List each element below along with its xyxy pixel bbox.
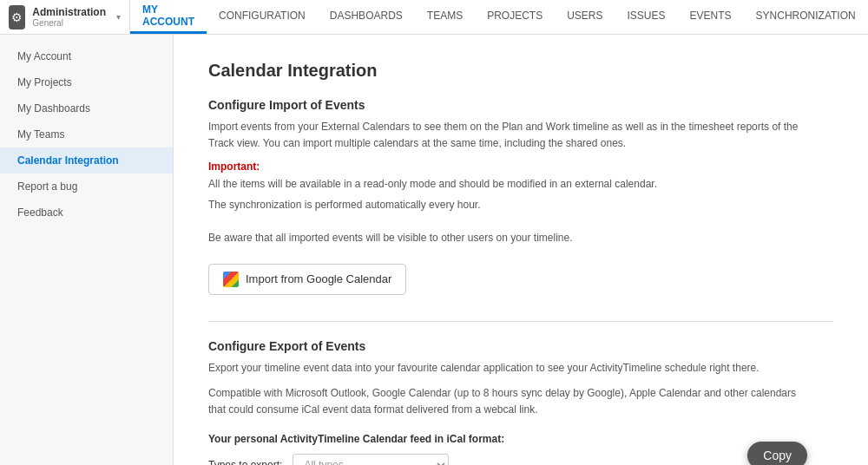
sidebar-item-report-a-bug[interactable]: Report a bug: [0, 174, 173, 200]
import-section-description: Import events from your External Calenda…: [208, 119, 816, 152]
nav-item-my-account[interactable]: MY ACCOUNT: [130, 0, 207, 34]
admin-logo[interactable]: ⚙ Administration General ▾: [0, 0, 130, 34]
types-label: Types to export:: [208, 459, 282, 466]
sidebar-item-my-dashboards[interactable]: My Dashboards: [0, 95, 173, 121]
page-layout: My Account My Projects My Dashboards My …: [0, 35, 868, 465]
nav-item-configuration[interactable]: CONFIGURATION: [207, 0, 318, 34]
export-section-title: Configure Export of Events: [208, 339, 816, 353]
nav-item-synchronization[interactable]: SYNCHRONIZATION: [744, 0, 868, 34]
page-title: Calendar Integration: [208, 61, 833, 81]
top-navigation: ⚙ Administration General ▾ MY ACCOUNT CO…: [0, 0, 868, 35]
import-section-title: Configure Import of Events: [208, 98, 833, 112]
nav-item-events[interactable]: EVENTS: [678, 0, 744, 34]
sidebar-item-my-account[interactable]: My Account: [0, 43, 173, 69]
google-cal-button-label: Import from Google Calendar: [246, 272, 391, 285]
nav-item-projects[interactable]: PROJECTS: [475, 0, 555, 34]
compatible-text: Compatible with Microsoft Outlook, Googl…: [208, 385, 816, 418]
feed-label: Your personal ActivityTimeline Calendar …: [208, 433, 816, 445]
types-select[interactable]: All types: [293, 454, 449, 466]
sidebar-item-feedback[interactable]: Feedback: [0, 200, 173, 226]
admin-title: Administration: [32, 6, 106, 18]
admin-subtitle: General: [32, 18, 106, 28]
nav-item-teams[interactable]: TEAMS: [415, 0, 475, 34]
aware-text: Be aware that all imported events will b…: [208, 230, 833, 246]
nav-item-users[interactable]: USERS: [555, 0, 615, 34]
sidebar-item-my-projects[interactable]: My Projects: [0, 69, 173, 95]
nav-item-issues[interactable]: ISSUES: [615, 0, 678, 34]
copy-tooltip[interactable]: Copy: [747, 442, 807, 466]
important-line-1: All the items will be available in a rea…: [208, 176, 833, 193]
section-divider: [208, 321, 833, 322]
important-label: Important:: [208, 160, 833, 173]
google-icon: [223, 272, 239, 287]
sidebar-item-my-teams[interactable]: My Teams: [0, 121, 173, 147]
admin-caret-icon: ▾: [116, 12, 121, 22]
export-section: Configure Export of Events Export your t…: [208, 339, 816, 465]
nav-items-list: MY ACCOUNT CONFIGURATION DASHBOARDS TEAM…: [130, 0, 868, 34]
main-content: Calendar Integration Configure Import of…: [174, 35, 868, 465]
types-row: Types to export: All types: [208, 454, 816, 466]
sidebar: My Account My Projects My Dashboards My …: [0, 35, 174, 465]
feed-label-text: Your personal ActivityTimeline Calendar …: [208, 433, 504, 445]
import-google-calendar-button[interactable]: Import from Google Calendar: [208, 264, 406, 295]
nav-item-dashboards[interactable]: DASHBOARDS: [318, 0, 415, 34]
import-section: Configure Import of Events Import events…: [208, 98, 833, 321]
admin-logo-text: Administration General: [32, 6, 106, 28]
admin-logo-icon: ⚙: [9, 5, 25, 29]
important-line-2: The synchronization is performed automat…: [208, 197, 833, 213]
sidebar-item-calendar-integration[interactable]: Calendar Integration: [0, 147, 173, 174]
export-section-description: Export your timeline event data into you…: [208, 360, 816, 377]
